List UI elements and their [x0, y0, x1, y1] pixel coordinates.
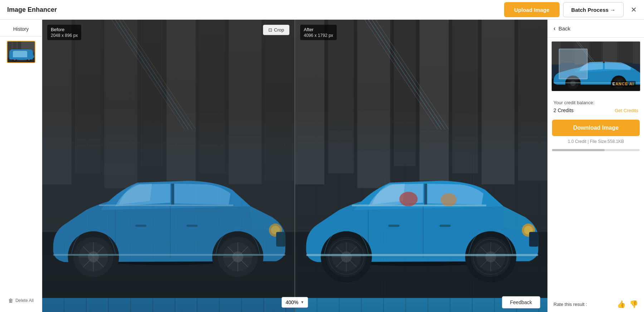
resize-handle[interactable]: [546, 20, 549, 312]
svg-point-102: [399, 192, 418, 206]
header-right: Upload Image Batch Process → ✕: [504, 2, 637, 17]
svg-rect-64: [419, 20, 449, 181]
header-left: Image Enhancer: [7, 6, 57, 14]
svg-rect-110: [603, 42, 617, 63]
svg-rect-4: [18, 42, 21, 54]
svg-rect-2: [8, 42, 12, 54]
right-preview-image: EANCE AI: [551, 41, 640, 91]
svg-rect-3: [13, 42, 17, 54]
trash-icon: 🗑: [8, 298, 13, 303]
back-label[interactable]: Back: [558, 25, 570, 32]
crop-icon: ⊡: [268, 27, 272, 33]
scrollbar-thumb: [552, 149, 605, 151]
crop-label: Crop: [274, 27, 284, 33]
bottom-bar: 400% ▼ Feedback: [42, 292, 547, 312]
svg-rect-60: [295, 20, 325, 184]
svg-rect-74: [424, 184, 427, 205]
after-image: [295, 20, 547, 312]
delete-all-label: Delete All: [15, 298, 34, 303]
thumbnail-svg: [8, 42, 35, 62]
delete-all-button[interactable]: 🗑 Delete All: [5, 296, 36, 306]
rate-icons: 👍 👎: [617, 300, 638, 308]
svg-rect-112: [633, 42, 640, 64]
svg-rect-101: [352, 205, 486, 206]
zoom-control[interactable]: 400% ▼: [282, 297, 308, 308]
feedback-button[interactable]: Feedback: [502, 296, 540, 308]
zoom-value: 400%: [286, 299, 298, 305]
thumbnail-car-image: [8, 42, 35, 62]
svg-rect-65: [452, 20, 478, 173]
svg-rect-81: [440, 225, 451, 227]
get-credits-link[interactable]: Get Credits: [615, 108, 638, 113]
svg-point-103: [441, 193, 457, 206]
history-thumbnail-item[interactable]: [7, 41, 35, 63]
svg-rect-15: [9, 55, 11, 57]
right-panel-scrollbar[interactable]: [552, 149, 640, 151]
download-info: 1.0 Credit | File Size:558.1KB: [548, 139, 644, 144]
svg-point-8: [14, 50, 30, 56]
thumbs-down-button[interactable]: 👎: [629, 300, 638, 308]
svg-rect-10: [22, 51, 28, 55]
svg-rect-80: [389, 225, 400, 227]
history-label: History: [0, 20, 42, 37]
svg-rect-77: [529, 232, 538, 247]
credit-count: 2 Credits: [553, 107, 574, 113]
upload-image-button[interactable]: Upload Image: [504, 2, 559, 17]
before-image: [42, 20, 294, 312]
rate-section: Rate this result : 👍 👎: [548, 296, 644, 312]
app-title: Image Enhancer: [7, 6, 57, 14]
svg-point-14: [28, 58, 30, 61]
after-dimensions: 4096 x 1792 px: [304, 33, 333, 38]
after-label: After 4096 x 1792 px: [300, 25, 337, 40]
rate-label: Rate this result :: [553, 302, 587, 307]
close-button[interactable]: ✕: [631, 6, 637, 13]
svg-rect-57: [42, 20, 294, 298]
credit-section: Your credit balance: 2 Credits Get Credi…: [548, 95, 644, 115]
before-car-svg: [42, 20, 294, 298]
svg-rect-61: [328, 20, 354, 173]
svg-rect-7: [10, 54, 33, 58]
batch-process-button[interactable]: Batch Process →: [563, 2, 624, 17]
before-label: Before 2048 x 896 px: [47, 25, 81, 40]
svg-rect-63: [394, 20, 416, 166]
header: Image Enhancer Upload Image Batch Proces…: [0, 0, 644, 20]
before-panel: Before 2048 x 896 px ⊡ Crop: [42, 20, 295, 312]
right-panel-header: ‹ Back: [548, 20, 644, 38]
svg-rect-67: [518, 20, 547, 181]
preview-selection-overlay: [559, 49, 587, 79]
before-dimensions: 2048 x 896 px: [51, 33, 78, 38]
svg-point-12: [14, 58, 16, 61]
svg-rect-100: [306, 254, 538, 256]
crop-button[interactable]: ⊡ Crop: [263, 25, 289, 35]
after-panel: After 4096 x 1792 px: [295, 20, 547, 312]
svg-point-6: [9, 53, 34, 60]
svg-rect-9: [15, 51, 20, 55]
image-comparison-area: Before 2048 x 896 px ⊡ Crop: [42, 20, 547, 312]
right-panel: ‹ Back: [547, 20, 644, 312]
svg-rect-111: [619, 42, 631, 63]
after-car-svg: [295, 20, 547, 298]
watermark-badge: EANCE AI: [611, 81, 636, 87]
sidebar: History: [0, 20, 42, 312]
credit-row: 2 Credits Get Credits: [553, 107, 638, 113]
zoom-dropdown-icon: ▼: [301, 300, 304, 304]
credit-balance-label: Your credit balance:: [553, 100, 638, 105]
svg-rect-66: [482, 20, 514, 184]
download-image-button[interactable]: Download Image: [552, 120, 640, 136]
back-chevron-icon[interactable]: ‹: [553, 25, 556, 32]
main-layout: History: [0, 20, 644, 312]
thumbs-up-button[interactable]: 👍: [617, 300, 626, 308]
